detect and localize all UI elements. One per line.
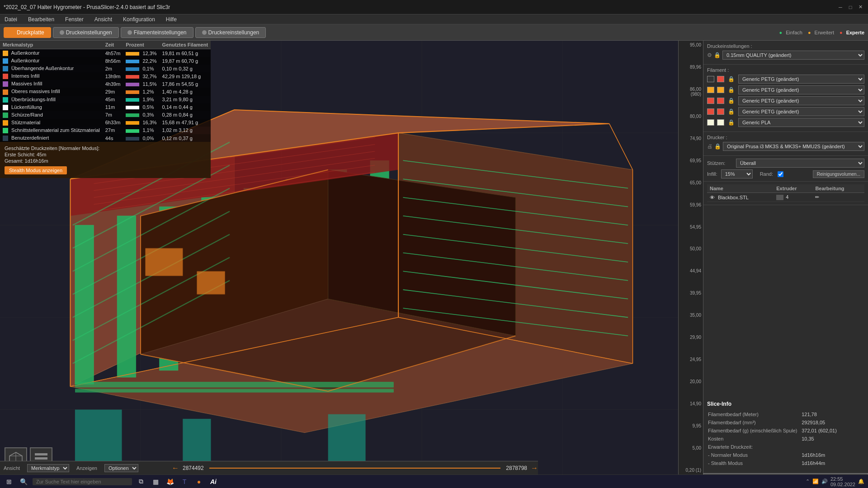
stat-filament: 15,68 m 47,91 g (160, 119, 211, 127)
mode-label-erweitert[interactable]: Erweitert (815, 30, 834, 35)
col-extruder: Extruder (774, 184, 812, 193)
drucker-select[interactable]: Original Prusa i3 MK3S & MK3S+ MMU2S (ge… (723, 142, 864, 151)
obj-extruder: 4 (774, 193, 812, 202)
maximize-button[interactable]: □ (846, 3, 854, 11)
teams-icon[interactable]: T (179, 476, 190, 487)
stat-color-box (3, 74, 8, 79)
lock-icon-druck: ⚙ (707, 52, 712, 58)
filament-color-left (707, 87, 714, 93)
stat-prozent: 0,0% (123, 134, 159, 142)
coord-left: 2874492 (183, 465, 204, 471)
tab-druckplatte[interactable]: Druckplatte (4, 27, 51, 38)
minimize-button[interactable]: ─ (836, 3, 844, 11)
filament-select-3[interactable]: Generic PETG (geändert) (738, 107, 864, 116)
toolbar: Druckplatte Druckeinstellungen Filamente… (0, 24, 868, 41)
obj-name: 👁 Blackbox.STL (707, 193, 774, 202)
tab-filamenteinstellungen[interactable]: Filamenteinstellungen (121, 27, 193, 38)
scale-num-11: 39,95 (680, 291, 701, 296)
filament-select-1[interactable]: Generic PETG (geändert) (738, 85, 864, 94)
stat-bar (126, 90, 139, 94)
notification-icon[interactable]: 🔔 (858, 479, 864, 484)
si-value: 372,01 (602,01) (802, 427, 863, 434)
mode-label-einfach[interactable]: Einfach (786, 30, 802, 35)
stat-zeit: 44s (103, 134, 123, 142)
filament-color-right (717, 119, 724, 126)
filament-color-left (707, 76, 714, 82)
taskbar-search-input[interactable] (33, 478, 132, 485)
mode-label-experte[interactable]: Experte (846, 30, 864, 35)
infill-select[interactable]: 15% (721, 169, 753, 178)
filament-select-2[interactable]: Generic PETG (geändert) (738, 96, 864, 105)
speaker-icon[interactable]: 🔊 (821, 479, 828, 484)
stat-bar (126, 52, 139, 56)
druck-profile-select[interactable]: 0.15mm QUALITY (geändert) (722, 51, 864, 60)
stat-zeit: 2m (103, 65, 123, 72)
filament-row-2: 🔒 Generic PETG (geändert) (707, 96, 864, 105)
time-estimates: Geschätzte Druckzeiten [Normaler Modus]:… (0, 142, 211, 178)
arrow-right: → (531, 464, 538, 472)
stat-label: Oberes massives Infill (0, 88, 103, 95)
menu-hilfe[interactable]: Hilfe (163, 15, 179, 23)
scale-num-17: 9,95 (680, 423, 701, 428)
prusaslicer-icon[interactable]: ● (193, 476, 204, 487)
taskbar-left: ⊞ 🔍 ⧉ ▦ 🦊 T ● Ai (4, 476, 219, 487)
tab-druckeinstellungen[interactable]: Druckeinstellungen (53, 27, 119, 38)
obj-bearbeitung[interactable]: ✏ (812, 193, 864, 202)
menu-konfiguration[interactable]: Konfiguration (120, 15, 158, 23)
filament-color-left (707, 108, 714, 115)
stat-bar (126, 98, 139, 102)
stat-filament: 0,12 m 0,37 g (160, 134, 211, 142)
menu-datei[interactable]: Datei (2, 15, 20, 23)
stat-bar (126, 60, 139, 63)
stat-filament: 19,81 m 60,51 g (160, 49, 211, 57)
infill-row: Infill: 15% Rand: Reinigungsvolumen... (707, 169, 864, 178)
widgets-icon[interactable]: ▦ (150, 476, 161, 487)
network-icon[interactable]: 📶 (812, 479, 819, 484)
filament-row-4: 🔒 Generic PLA (707, 118, 864, 127)
start-button[interactable]: ⊞ (4, 476, 14, 487)
stat-bar (126, 113, 139, 117)
stat-color-box (3, 105, 8, 110)
ansicht-select[interactable]: Merkmalstyp (27, 464, 69, 472)
stats-row-4: Massives Infill 4h39m 11,5% 17,86 m 54,5… (0, 80, 211, 88)
si-label: Filamentbedarf (mm³) (708, 419, 801, 426)
ai-label[interactable]: Ai (208, 476, 219, 487)
viewport[interactable]: Merkmalstyp Zeit Prozent Genutztes Filam… (0, 41, 703, 488)
edit-icon[interactable]: ✏ (815, 194, 819, 200)
date-display: 09.02.2022 (830, 482, 855, 487)
browser-icon[interactable]: 🦊 (165, 476, 175, 487)
stat-zeit: 29m (103, 88, 123, 95)
stat-label: Massives Infill (0, 80, 103, 88)
rand-checkbox[interactable] (778, 171, 783, 177)
gesamt: Gesamt: 1d16h16m (5, 158, 206, 164)
filament-color-left (707, 119, 714, 126)
objects-section: Name Extruder Bearbeitung 👁 Blackbox.STL (703, 182, 868, 205)
stutzen-select[interactable]: Überall (736, 159, 864, 168)
spacer (703, 205, 868, 397)
stutzen-label: Stützen: (707, 160, 734, 166)
menu-fenster[interactable]: Fenster (62, 15, 86, 23)
stat-color-box (3, 51, 8, 56)
svg-rect-58 (35, 453, 47, 455)
filament-select-4[interactable]: Generic PLA (738, 118, 864, 127)
filament-section: Filament : 🔒 Generic PETG (geändert) 🔒 G… (703, 65, 868, 132)
eye-icon[interactable]: 👁 (710, 195, 715, 200)
col-prozent: Prozent (123, 41, 159, 49)
menu-ansicht[interactable]: Ansicht (92, 15, 115, 23)
up-arrow-icon[interactable]: ⌃ (806, 479, 810, 484)
stealth-modus-button[interactable]: Stealth Modus anzeigen (5, 166, 67, 174)
task-view-icon[interactable]: ⧉ (136, 476, 146, 487)
scale-num-5: 69,95 (680, 158, 701, 163)
tab-druckereinstellungen-label: Druckereinstellungen (208, 29, 259, 36)
anzeigen-select[interactable]: Optionen (104, 464, 138, 472)
filament-color-right (717, 108, 724, 115)
menubar: Datei Bearbeiten Fenster Ansicht Konfigu… (0, 14, 868, 24)
si-value: 10,35 (802, 435, 863, 442)
si-value (802, 443, 863, 450)
stat-prozent: 1,1% (123, 127, 159, 134)
reinigungsvolumen-button[interactable]: Reinigungsvolumen... (813, 170, 864, 178)
tab-druckereinstellungen[interactable]: Druckereinstellungen (195, 27, 266, 38)
menu-bearbeiten[interactable]: Bearbeiten (25, 15, 57, 23)
close-button[interactable]: ✕ (856, 3, 864, 11)
filament-select-0[interactable]: Generic PETG (geändert) (738, 75, 864, 84)
